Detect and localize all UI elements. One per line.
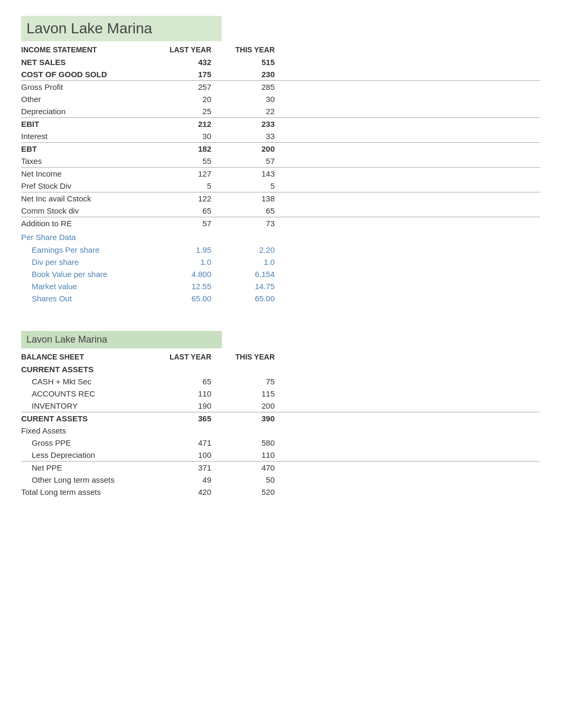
income-row-label: Net Income: [21, 169, 158, 178]
income-row-this: 65: [222, 206, 285, 215]
income-row-this: 143: [222, 169, 285, 178]
per-share-label: Book Value per share: [21, 270, 158, 279]
balance-sheet-section: Lavon Lake Marina BALANCE SHEET Last Yea…: [21, 331, 540, 498]
per-share-this: 1.0: [222, 257, 285, 266]
balance-current-row: CURENT ASSETS365390: [21, 412, 540, 425]
income-row: Taxes5557: [21, 155, 540, 167]
per-share-row: Book Value per share4.8006.154: [21, 268, 540, 280]
income-statement-section: Lavon Lake Marina INCOME STATEMENT Last …: [21, 16, 540, 305]
income-row-label: NET SALES: [21, 58, 158, 67]
balance-current-label: CURENT ASSETS: [21, 414, 158, 423]
balance-fixed-row: Total Long term assets420520: [21, 486, 540, 498]
income-row: Interest3033: [21, 130, 540, 142]
income-row-label: Pref Stock Div: [21, 181, 158, 190]
per-share-row: Earnings Per share1.952.20: [21, 244, 540, 256]
balance-current-last: 110: [158, 389, 222, 398]
balance-fixed-last: 49: [158, 475, 222, 484]
balance-fixed-last: 371: [158, 463, 222, 472]
income-row-label: Net Inc avail Cstock: [21, 194, 158, 203]
balance-current-label: INVENTORY: [21, 401, 158, 410]
income-row: Addition to RE5773: [21, 217, 540, 229]
income-row: Gross Profit257285: [21, 80, 540, 93]
income-row-this: 73: [222, 219, 285, 228]
balance-current-last: 365: [158, 414, 222, 423]
current-assets-last-blank: [158, 365, 222, 374]
balance-current-row: ACCOUNTS REC110115: [21, 388, 540, 400]
per-share-last: 1.95: [158, 245, 222, 254]
income-row-last: 127: [158, 169, 222, 178]
current-assets-header-row: CURRENT ASSETS: [21, 363, 540, 375]
per-share-header: Per Share Data: [21, 231, 540, 244]
income-row-label: Other: [21, 95, 158, 104]
income-row-last: 182: [158, 144, 222, 153]
income-row-last: 175: [158, 70, 222, 79]
income-row: COST OF GOOD SOLD175230: [21, 68, 540, 80]
balance-current-last: 65: [158, 377, 222, 386]
income-row-this: 230: [222, 70, 285, 79]
income-row: Comm Stock div6565: [21, 205, 540, 217]
balance-fixed-label: Less Depreciation: [21, 450, 158, 459]
income-row-this: 200: [222, 144, 285, 153]
income-row-this: 33: [222, 132, 285, 141]
income-row-label: Comm Stock div: [21, 206, 158, 215]
income-row-label: COST OF GOOD SOLD: [21, 70, 158, 79]
income-row-last: 122: [158, 194, 222, 203]
income-row: NET SALES432515: [21, 56, 540, 68]
balance-current-this: 75: [222, 377, 285, 386]
per-share-label: Market value: [21, 282, 158, 291]
per-share-rows: Earnings Per share1.952.20Div per share1…: [21, 244, 540, 305]
income-row-last: 30: [158, 132, 222, 141]
balance-header-last: Last Year: [158, 353, 222, 361]
income-row: EBIT212233: [21, 117, 540, 130]
per-share-this: 65.00: [222, 294, 285, 303]
balance-fixed-this: 50: [222, 475, 285, 484]
balance-fixed-this: 580: [222, 438, 285, 447]
balance-header-label: BALANCE SHEET: [21, 353, 158, 361]
income-row-this: 57: [222, 156, 285, 165]
income-row-last: 20: [158, 95, 222, 104]
per-share-this: 14.75: [222, 282, 285, 291]
income-row-label: Depreciation: [21, 107, 158, 116]
per-share-last: 65.00: [158, 294, 222, 303]
balance-current-this: 200: [222, 401, 285, 410]
balance-fixed-last: 100: [158, 450, 222, 459]
income-header-row: INCOME STATEMENT Last Year This year: [21, 43, 540, 56]
balance-current-label: ACCOUNTS REC: [21, 389, 158, 398]
income-row: Pref Stock Div55: [21, 180, 540, 192]
balance-current-this: 390: [222, 414, 285, 423]
income-row-label: EBT: [21, 144, 158, 153]
balance-current-last: 190: [158, 401, 222, 410]
income-row-this: 515: [222, 58, 285, 67]
income-row-this: 30: [222, 95, 285, 104]
income-row: Other2030: [21, 93, 540, 105]
fixed-assets-header-row: Fixed Assets: [21, 425, 540, 437]
income-row-last: 212: [158, 119, 222, 128]
income-row-label: Taxes: [21, 156, 158, 165]
income-row-this: 285: [222, 82, 285, 91]
balance-fixed-row: Net PPE371470: [21, 461, 540, 474]
balance-fixed-last: 471: [158, 438, 222, 447]
income-row-this: 22: [222, 107, 285, 116]
per-share-last: 1.0: [158, 257, 222, 266]
income-company-title: Lavon Lake Marina: [21, 16, 222, 41]
per-share-label: Div per share: [21, 257, 158, 266]
balance-fixed-rows: Gross PPE471580Less Depreciation100110Ne…: [21, 437, 540, 498]
balance-fixed-row: Gross PPE471580: [21, 437, 540, 449]
per-share-this: 2.20: [222, 245, 285, 254]
balance-fixed-label: Net PPE: [21, 463, 158, 472]
balance-header-this: This year: [222, 353, 285, 361]
income-row: Net Inc avail Cstock122138: [21, 192, 540, 205]
balance-current-row: CASH + Mkt Sec6575: [21, 375, 540, 388]
income-row: Depreciation2522: [21, 105, 540, 117]
income-rows: NET SALES432515COST OF GOOD SOLD175230Gr…: [21, 56, 540, 229]
current-assets-this-blank: [222, 365, 285, 374]
income-row-last: 5: [158, 181, 222, 190]
income-row-this: 233: [222, 119, 285, 128]
balance-fixed-row: Other Long term assets4950: [21, 474, 540, 486]
income-row-last: 65: [158, 206, 222, 215]
income-row-this: 5: [222, 181, 285, 190]
income-row-label: Gross Profit: [21, 82, 158, 91]
income-row-last: 257: [158, 82, 222, 91]
balance-current-row: INVENTORY190200: [21, 400, 540, 412]
per-share-label: Shares Out: [21, 294, 158, 303]
